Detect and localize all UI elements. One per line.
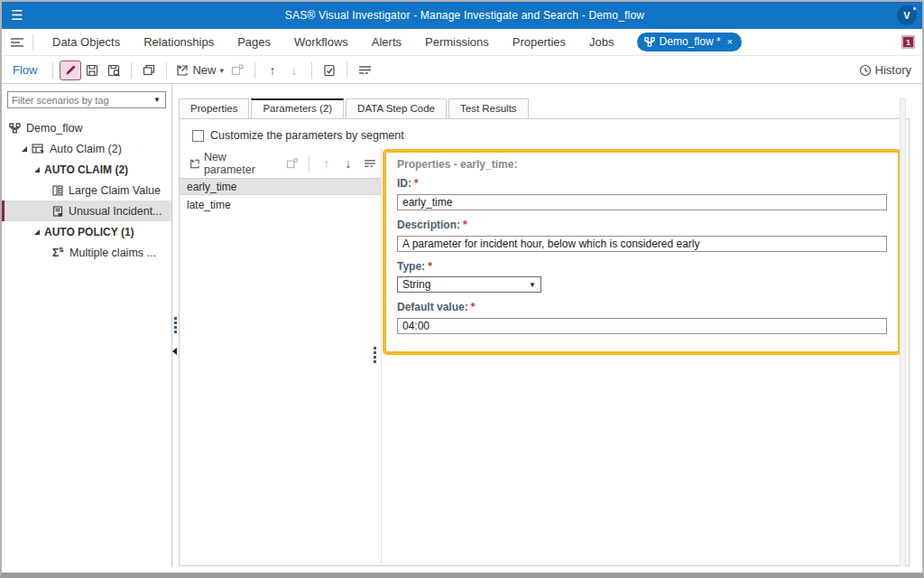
- id-input[interactable]: [397, 194, 887, 210]
- edit-mode-button[interactable]: [60, 61, 81, 80]
- new-parameter-button[interactable]: New parameter: [187, 154, 277, 173]
- validate-button[interactable]: [319, 61, 340, 80]
- collapse-sidebar-arrow-icon[interactable]: [172, 348, 177, 355]
- save-button[interactable]: [81, 61, 103, 80]
- new-icon: [176, 64, 189, 77]
- chevron-down-icon: ▾: [219, 66, 224, 75]
- tree-item-unusual-incident[interactable]: Unusual Incident...: [2, 200, 171, 221]
- default-value-label-text: Default value:: [397, 301, 468, 313]
- tab-parameters[interactable]: Parameters (2): [251, 98, 344, 118]
- tree-item-label: Demo_flow: [26, 122, 83, 135]
- tab-properties[interactable]: Properties: [179, 98, 249, 118]
- tab-data-step-code[interactable]: DATA Step Code: [346, 98, 447, 118]
- delete-button[interactable]: [226, 61, 248, 80]
- filter-combobox[interactable]: ▼: [7, 91, 166, 108]
- menu-item-permissions[interactable]: Permissions: [413, 35, 501, 49]
- list-options-icon: [358, 65, 372, 75]
- close-tab-icon[interactable]: ×: [727, 36, 733, 47]
- move-down-button[interactable]: ↓: [283, 61, 305, 80]
- flow-icon: [9, 123, 21, 134]
- parameter-move-down-button[interactable]: ↓: [337, 154, 359, 173]
- detail-tabbar: Properties Parameters (2) DATA Step Code…: [179, 98, 911, 118]
- required-marker: *: [428, 260, 432, 273]
- parameter-panel-splitter[interactable]: [374, 347, 377, 368]
- menu-item-properties[interactable]: Properties: [501, 35, 578, 49]
- entity-table-icon: [32, 144, 44, 154]
- default-value-input[interactable]: [397, 318, 887, 334]
- copy-icon: [143, 64, 155, 76]
- app-logo: V: [897, 5, 917, 25]
- validate-icon: [323, 64, 336, 77]
- flow-toolbar: Flow New ▾ ↑ ↓ History: [2, 57, 922, 84]
- tree-group-auto-policy[interactable]: AUTO POLICY (1): [2, 221, 171, 242]
- description-field-label: Description:*: [397, 219, 887, 231]
- collapse-twisty-icon[interactable]: [34, 229, 40, 235]
- parameter-item-early-time[interactable]: early_time: [180, 178, 381, 195]
- tree-item-multiple-claims[interactable]: Σ⇅ Multiple claims ...: [2, 242, 171, 263]
- delete-icon: [231, 64, 244, 76]
- select-caret-icon: ▼: [529, 281, 541, 289]
- open-document-tab[interactable]: Demo_flow * ×: [637, 33, 742, 51]
- tree-group-label: AUTO POLICY (1): [44, 226, 134, 238]
- delete-parameter-button[interactable]: [281, 154, 302, 173]
- divider: [32, 34, 33, 51]
- options-list-button[interactable]: [354, 61, 375, 80]
- parameter-move-up-button[interactable]: ↑: [316, 154, 337, 173]
- parameter-item-late-time[interactable]: late_time: [180, 197, 381, 214]
- splitter-grip-icon[interactable]: [174, 317, 177, 333]
- menu-item-workflows[interactable]: Workflows: [282, 35, 360, 49]
- divider: [346, 62, 347, 79]
- divider: [311, 62, 312, 79]
- new-button-label: New: [192, 63, 216, 77]
- type-select-value: String: [398, 278, 529, 291]
- customize-checkbox[interactable]: [192, 130, 204, 142]
- divider: [309, 155, 310, 172]
- tree-group-label: AUTO CLAIM (2): [44, 163, 128, 176]
- scenario-document-icon: [52, 206, 63, 217]
- tree-item-label: Unusual Incident...: [69, 205, 162, 218]
- open-tab-label: Demo_flow *: [660, 35, 721, 48]
- tab-test-results[interactable]: Test Results: [448, 98, 529, 118]
- new-parameter-icon: [189, 158, 200, 170]
- tree-item-label: Multiple claims ...: [69, 247, 156, 259]
- menu-item-pages[interactable]: Pages: [226, 35, 282, 49]
- scenario-rules-icon: [52, 185, 63, 196]
- history-button[interactable]: History: [859, 63, 911, 77]
- description-label-text: Description:: [397, 219, 460, 231]
- aggregation-sigma-icon: Σ⇅: [52, 247, 64, 259]
- id-field-label: ID:*: [397, 177, 887, 190]
- vertical-scrollbar[interactable]: [900, 98, 906, 566]
- tree-item-auto-claim[interactable]: Auto Claim (2): [2, 138, 171, 159]
- collapse-twisty-icon[interactable]: [22, 146, 27, 152]
- filter-caret-icon[interactable]: ▼: [149, 96, 165, 104]
- collapse-twisty-icon[interactable]: [34, 167, 40, 172]
- menu-item-alerts[interactable]: Alerts: [360, 35, 413, 49]
- description-input[interactable]: [397, 236, 887, 252]
- parameter-options-button[interactable]: [359, 154, 381, 173]
- parameter-list-column: New parameter ↑ ↓ early_time late_time: [180, 148, 382, 565]
- menu-item-jobs[interactable]: Jobs: [578, 35, 625, 49]
- type-field-label: Type:*: [397, 260, 887, 273]
- menu-item-data-objects[interactable]: Data Objects: [41, 35, 132, 49]
- default-value-field-label: Default value:*: [397, 301, 887, 313]
- copy-button[interactable]: [138, 61, 160, 80]
- side-menu-icon[interactable]: [2, 37, 32, 48]
- splitter-grip-icon[interactable]: [374, 347, 376, 363]
- tree-item-large-claim-value[interactable]: Large Claim Value: [2, 180, 171, 200]
- pencil-icon: [65, 64, 77, 76]
- sidebar-splitter[interactable]: [172, 84, 179, 567]
- parameter-list-toolbar: New parameter ↑ ↓: [180, 152, 381, 175]
- save-as-button[interactable]: [103, 61, 125, 80]
- hamburger-menu-icon[interactable]: ☰: [2, 7, 32, 23]
- type-select[interactable]: String ▼: [397, 276, 541, 293]
- tree-group-auto-claim[interactable]: AUTO CLAIM (2): [2, 159, 171, 180]
- filter-scenarios-input[interactable]: [8, 95, 149, 106]
- notification-badge[interactable]: 1: [901, 35, 915, 49]
- move-up-button[interactable]: ↑: [262, 61, 283, 80]
- tree-item-demo-flow[interactable]: Demo_flow: [2, 117, 171, 138]
- new-button[interactable]: New ▾: [173, 61, 226, 80]
- parameters-panel: Customize the parameters by segment New …: [179, 118, 910, 566]
- new-parameter-label: New parameter: [204, 151, 274, 176]
- arrow-up-icon: ↑: [324, 157, 330, 170]
- menu-item-relationships[interactable]: Relationships: [132, 35, 226, 49]
